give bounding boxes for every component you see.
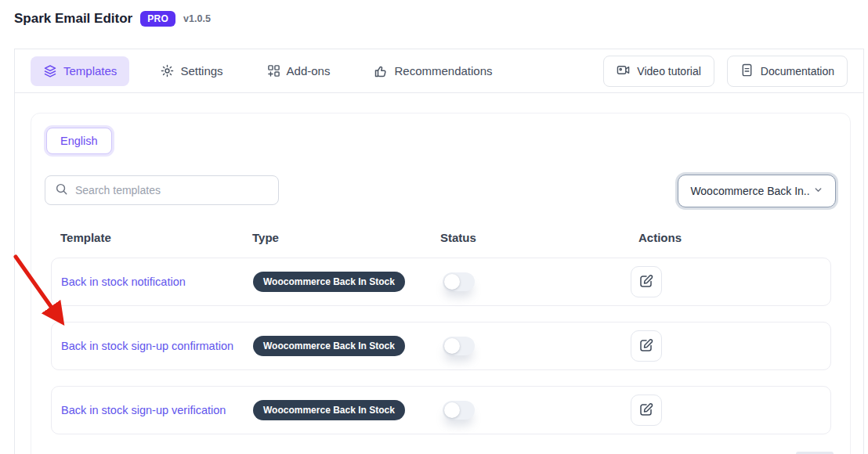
pro-badge: PRO [140, 11, 175, 27]
tab-label: Add-ons [287, 64, 331, 77]
main-panel: Templates Settings Add-ons Recommendatio… [14, 49, 864, 454]
toggle-knob [444, 338, 460, 354]
template-type-dropdown[interactable]: Woocommerce Back In.. [678, 175, 836, 207]
tab-recommendations[interactable]: Recommendations [361, 56, 505, 86]
document-icon [740, 63, 754, 79]
template-link[interactable]: Back in stock sign-up confirmation [61, 340, 253, 352]
chevron-down-icon [813, 185, 823, 197]
column-header-actions: Actions [630, 231, 831, 244]
version-label: v1.0.5 [183, 13, 211, 24]
toggle-knob [444, 402, 460, 418]
type-badge: Woocommerce Back In Stock [253, 400, 405, 420]
table-row: Back in stock sign-up confirmation Wooco… [51, 322, 831, 370]
table-row-grid: Back in stock sign-up confirmation Wooco… [52, 322, 830, 369]
type-badge: Woocommerce Back In Stock [253, 336, 405, 356]
status-toggle[interactable] [443, 337, 475, 355]
templates-card: English Woocommerce Back In.. Template T… [31, 113, 851, 454]
gear-icon [161, 64, 174, 77]
tab-settings[interactable]: Settings [148, 56, 235, 85]
search-icon [55, 182, 68, 199]
app-header: Spark Email Editor PRO v1.0.5 [14, 11, 211, 27]
table-row-grid: Back in stock notification Woocommerce B… [52, 258, 830, 305]
table-body: Back in stock notification Woocommerce B… [51, 258, 831, 434]
edit-icon [639, 338, 653, 355]
column-header-template: Template [60, 231, 252, 244]
layers-icon [43, 64, 57, 78]
page-title: Spark Email Editor [14, 11, 132, 27]
table-row: Back in stock notification Woocommerce B… [51, 258, 831, 306]
edit-button[interactable] [631, 330, 662, 362]
table-header: Template Type Status Actions [51, 231, 831, 244]
search-input[interactable] [75, 184, 269, 196]
template-link[interactable]: Back in stock sign-up verification [61, 404, 253, 416]
column-header-status: Status [440, 231, 630, 244]
type-badge: Woocommerce Back In Stock [253, 272, 405, 292]
language-button-english[interactable]: English [46, 128, 112, 154]
button-label: Documentation [761, 65, 834, 77]
documentation-button[interactable]: Documentation [727, 56, 848, 87]
table-row-grid: Back in stock sign-up verification Wooco… [52, 387, 830, 434]
thumbs-up-icon [374, 64, 388, 78]
edit-button[interactable] [631, 266, 662, 297]
video-tutorial-button[interactable]: Video tutorial [603, 56, 714, 87]
status-toggle[interactable] [443, 272, 475, 291]
toggle-knob [444, 274, 460, 290]
tab-add-ons[interactable]: Add-ons [255, 56, 343, 85]
edit-icon [639, 402, 653, 419]
tab-label: Settings [180, 64, 222, 77]
edit-button[interactable] [631, 395, 662, 426]
button-label: Video tutorial [637, 65, 700, 77]
edit-icon [639, 274, 653, 290]
page: Spark Email Editor PRO v1.0.5 Templates … [0, 0, 868, 454]
video-camera-icon [617, 63, 630, 79]
template-link[interactable]: Back in stock notification [61, 276, 253, 288]
tab-bar: Templates Settings Add-ons Recommendatio… [15, 49, 863, 93]
tab-label: Templates [63, 64, 117, 77]
table-row: Back in stock sign-up verification Wooco… [51, 386, 831, 434]
status-toggle[interactable] [443, 401, 475, 420]
grid-plus-icon [267, 64, 280, 77]
tab-label: Recommendations [394, 64, 492, 77]
column-header-type: Type [252, 231, 440, 244]
search-box [45, 175, 279, 205]
dropdown-value: Woocommerce Back In.. [690, 185, 809, 197]
tab-templates[interactable]: Templates [31, 56, 129, 86]
